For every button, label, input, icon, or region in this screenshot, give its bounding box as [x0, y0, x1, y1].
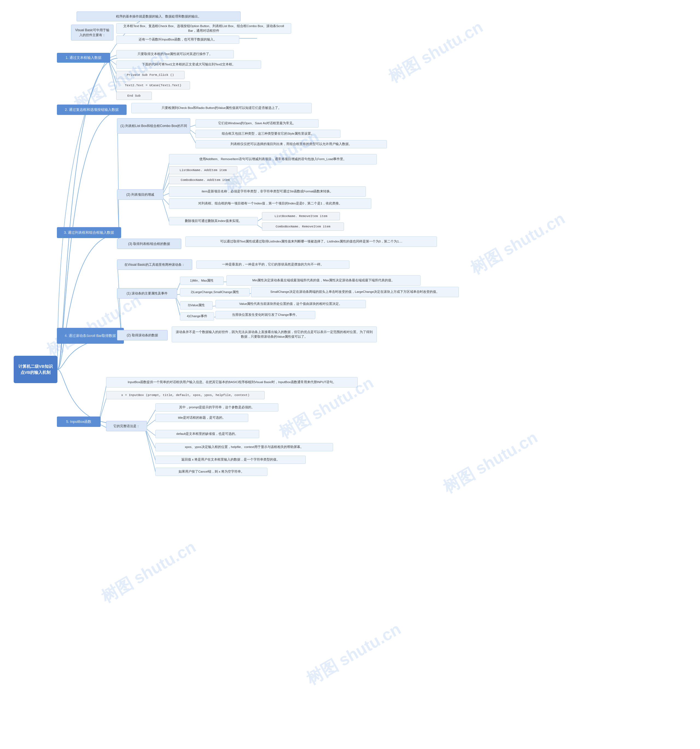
s1-c3-label: End Sub — [127, 93, 140, 98]
s3-2e-label: 对列表框、组合框的每一项目都有一个Index值，第一个项目的Index是是0，第… — [198, 201, 342, 206]
s5-args-node: 它的完整语法是： — [106, 421, 147, 431]
s4-intro-label: 在Visual Basic的工具箱里有两种滚动条： — [124, 262, 185, 267]
s3-2f-t-label: 删除项目可通过删除其Index值来实现。 — [185, 219, 242, 223]
s2-label: 2. 通过复选框和选项按钮输入数据 — [65, 107, 118, 113]
s3-2b-node: ListBoxName. AddItem item — [169, 166, 237, 174]
s4-1-node: (1) 滚动条的主要属性及事件 — [117, 288, 177, 298]
s3-2f-t-node: 删除项目可通过删除其Index值来实现。 — [169, 217, 258, 225]
s5-a2-label: title是对话框的标题，是可选的。 — [178, 416, 226, 420]
s4-1b-node: SmallChange决定在滚动条两端的箭头上单击时改变的值，LargeChan… — [251, 287, 459, 297]
s4-1b-t-label: 2)LargeChange,SmallChange属性 — [191, 290, 239, 295]
s4-2a-node: 滚动条并不是一个数据输入的好控件，因为无法从滚动条上直接看出输入的数据，但它的优… — [172, 327, 377, 342]
s3-2b-label: ListBoxName. AddItem item — [180, 168, 227, 173]
s3-1b-label: 组合框又包括三种类型，这三种类型要在它的Style属性里设置。 — [222, 131, 314, 136]
s3-3-label: (3) 取得列表框/组合框的数据 — [128, 242, 170, 246]
s3-1-label: (1) 列表框List Box和组合框Combo Box的不同 — [120, 124, 187, 128]
mind-map: 树图 shutu.cn 树图 shutu.cn 树图 shutu.cn 树图 s… — [0, 0, 700, 749]
s1-c2-node: Text2.Text = UCase(Text1.Text) — [116, 81, 190, 90]
s4-1-label: (1) 滚动条的主要属性及事件 — [127, 291, 168, 296]
s1-node: 1. 通过文本框输入数据 — [57, 53, 110, 63]
s4-label: 4. 通过滚动条Scroll Bar取得数据 — [65, 333, 116, 338]
intro2-b-label: 还有一个函数叫InputBox函数，也可用于数据的输入。 — [139, 37, 217, 42]
s4-intro-node: 在Visual Basic的工具箱里有两种滚动条： — [117, 260, 192, 270]
root-node: 计算机二级VB知识点VB的输入机制 — [14, 356, 57, 383]
s5-intro-node: InputBox函数提供一个简单的对话框供用户输入信息。在把其它版本的BASIC… — [106, 377, 358, 388]
s3-2c-node: ComboBoxName. AddItem item — [169, 176, 241, 184]
s4-node: 4. 通过滚动条Scroll Bar取得数据 — [57, 328, 124, 344]
s5-a5-node: 返回值 x 将是用户在文本框里输入的数据，是一个字符串类型的值。 — [155, 456, 306, 464]
s2-node: 2. 通过复选框和选项按钮输入数据 — [57, 104, 127, 115]
s1-c1-node: Private Sub Form_Click () — [116, 71, 185, 79]
s4-1c-t-label: 3)Value属性 — [188, 303, 205, 307]
s4-2-label: (2) 取得滚动条的数据 — [127, 333, 158, 338]
s3-label: 3. 通过列表框和组合框输入数据 — [64, 230, 114, 235]
s5-a3-node: default是文本框里的缺省值，也是可选的。 — [155, 430, 259, 438]
intro-label: 程序的基本操作就是数据的输入、数据处理和数据的输出。 — [116, 14, 201, 19]
s3-1-node: (1) 列表框List Box和组合框Combo Box的不同 — [117, 118, 190, 133]
s4-1a-label: Min属性决定滚动条最左端或最顶端所代表的值，Max属性决定滚动条最右端或最下端… — [252, 278, 395, 283]
s3-3-node: (3) 取得列表框/组合框的数据 — [117, 238, 181, 249]
s3-2a-node: 使用AddItem、RemoveItem语句可以增减列表项目，通常将项目增减的语… — [169, 154, 377, 165]
s3-2f2-label: ComboBoxName. RemoveItem item — [276, 224, 330, 229]
intro2-a-label: 文本框Text Box、复选框Check Box、选项按钮Option Butt… — [119, 24, 288, 34]
s3-2f1-label: ListBoxName. RemoveItem item — [275, 214, 327, 219]
intro-node: 程序的基本操作就是数据的输入、数据处理和数据的输出。 — [76, 12, 241, 21]
s3-2e-node: 对列表框、组合框的每一项目都有一个Index值，第一个项目的Index是是0，第… — [169, 199, 371, 209]
s1-c2-label: Text2.Text = UCase(Text1.Text) — [125, 83, 181, 87]
s5-label: 5. InputBox函数 — [66, 419, 92, 425]
s4-1b-t-node: 2)LargeChange,SmallChange属性 — [180, 288, 250, 297]
s3-3a-node: 可以通过取得Text属性或通过取得ListIndex属性值来判断哪一项被选择了。… — [185, 237, 437, 247]
s5-a4-label: xpos、ypos决定输入框的位置，helpfile、context用于显示与该… — [185, 445, 303, 449]
s1-b-node: 下面的代码可将Text1文本框的正文变成大写输出到Text2文本框。 — [116, 61, 261, 69]
s5-intro-label: InputBox函数提供一个简单的对话框供用户输入信息。在把其它版本的BASIC… — [128, 380, 336, 385]
s3-2-label: (2) 列表项目的增减 — [126, 192, 154, 197]
s2-a-node: 只要检测到Check Box和Radio Button的Value属性值就可以知… — [131, 103, 312, 113]
watermark-7: 树图 shutu.cn — [439, 426, 542, 498]
s3-2d-node: item是新项目名称，必须是字符串类型，非字符串类型可通过Str函数或Forma… — [169, 186, 366, 197]
s4-2a-label: 滚动条并不是一个数据输入的好控件，因为无法从滚动条上直接看出输入的数据，但它的优… — [175, 330, 374, 339]
s5-a4-node: xpos、ypos决定输入框的位置，helpfile、context用于显示与该… — [155, 443, 333, 451]
s1-a-label: 只要取得文本框的Text属性就可以对其进行操作了。 — [137, 52, 212, 57]
s5-a1-node: 其中，prompt是提示的字符串，这个参数是必须的。 — [155, 404, 278, 411]
intro2-a-node: 文本框Text Box、复选框Check Box、选项按钮Option Butt… — [116, 23, 291, 34]
s5-a6-node: 如果用户按了Cancel钮，则 x 将为空字符串。 — [155, 468, 267, 476]
s1-b-label: 下面的代码可将Text1文本框的正文变成大写输出到Text2文本框。 — [142, 62, 236, 67]
s3-2a-label: 使用AddItem、RemoveItem语句可以增减列表项目，通常将项目增减的语… — [199, 157, 347, 162]
s1-c3-node: End Sub — [116, 92, 152, 100]
s3-1c-node: 列表框仅仅把可以选择的项目列出来，而组合框里有的类型可以允许用户输入数据。 — [195, 140, 387, 148]
s1-c1-label: Private Sub Form_Click () — [127, 72, 174, 77]
s3-2c-label: ComboBoxName. AddItem item — [181, 177, 230, 182]
intro2-b-node: 还有一个函数叫InputBox函数，也可用于数据的输入。 — [116, 35, 239, 44]
s4-intro-a-label: 一种是垂直的，一种是水平的，它们的形状虽然是摆放的方向不一样。 — [222, 262, 324, 267]
s1-label: 1. 通过文本框输入数据 — [66, 55, 101, 61]
s5-a5-label: 返回值 x 将是用户在文本框里输入的数据，是一个字符串类型的值。 — [181, 457, 280, 462]
s4-intro-a-node: 一种是垂直的，一种是水平的，它们的形状虽然是摆放的方向不一样。 — [196, 260, 349, 269]
watermark-9: 树图 shutu.cn — [302, 618, 405, 690]
watermark-8: 树图 shutu.cn — [98, 536, 200, 608]
s4-1a-node: Min属性决定滚动条最左端或最顶端所代表的值，Max属性决定滚动条最右端或最下端… — [226, 275, 421, 286]
s4-1d-t-node: 4)Change事件 — [180, 312, 214, 321]
s3-2f2-node: ComboBoxName. RemoveItem item — [262, 223, 344, 231]
s3-1a-label: 它们在Windows的Open、Save As对话框里最为常见。 — [218, 121, 296, 125]
s5-a2-node: title是对话框的标题，是可选的。 — [155, 414, 248, 422]
s4-1d-label: 当滑块位置发生变化时就引发了Change事件。 — [232, 312, 299, 317]
s5-node: 5. InputBox函数 — [57, 416, 101, 427]
s3-1c-label: 列表框仅仅把可以选择的项目列出来，而组合框里有的类型可以允许用户输入数据。 — [230, 142, 352, 147]
watermark-4: 树图 shutu.cn — [467, 208, 569, 280]
s5-a6-label: 如果用户按了Cancel钮，则 x 将为空字符串。 — [178, 469, 244, 474]
s3-3a-label: 可以通过取得Text属性或通过取得ListIndex属性值来判断哪一项被选择了。… — [220, 239, 403, 244]
s4-1c-label: Value属性代表当前滚块所处位置的值，这个值由滚块的相对位置决定。 — [239, 301, 342, 306]
s4-1d-node: 当滑块位置发生变化时就引发了Change事件。 — [215, 311, 315, 319]
s3-1a-node: 它们在Windows的Open、Save As对话框里最为常见。 — [195, 119, 319, 127]
intro2-title-label: Visual Basic可中用于输入的控件主要有： — [74, 28, 110, 38]
s5-a3-label: default是文本框里的缺省值，也是可选的。 — [176, 431, 238, 436]
s3-1b-node: 组合框又包括三种类型，这三种类型要在它的Style属性里设置。 — [195, 130, 340, 138]
s5-a1-label: 其中，prompt是提示的字符串，这个参数是必须的。 — [179, 405, 255, 410]
s1-a-node: 只要取得文本框的Text属性就可以对其进行操作了。 — [116, 50, 234, 58]
root-label: 计算机二级VB知识点VB的输入机制 — [17, 364, 55, 376]
s3-2f1-node: ListBoxName. RemoveItem item — [262, 212, 340, 220]
s4-1a-t-node: 1)Min、Max属性 — [180, 277, 224, 285]
watermark-5: 树图 shutu.cn — [43, 290, 145, 362]
s5-args-label: 它的完整语法是： — [113, 423, 140, 428]
s4-2-node: (2) 取得滚动条的数据 — [117, 330, 168, 341]
